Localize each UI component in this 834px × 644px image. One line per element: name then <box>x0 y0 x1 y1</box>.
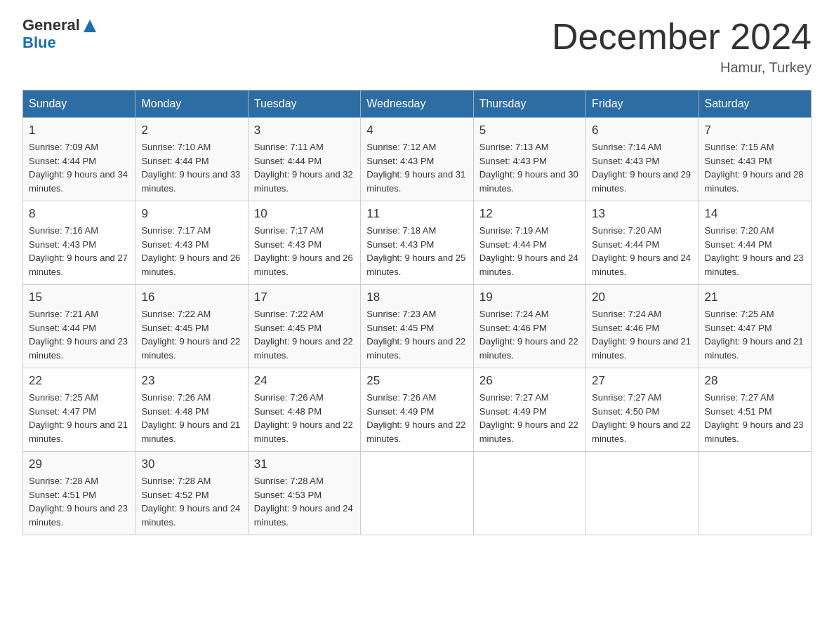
calendar-cell: 13 Sunrise: 7:20 AM Sunset: 4:44 PM Dayl… <box>586 201 699 285</box>
daylight-label: Daylight: 9 hours and 23 minutes. <box>29 503 128 528</box>
day-number: 20 <box>592 290 692 304</box>
sunrise-label: Sunrise: <box>592 225 628 236</box>
sunset-label: Sunset: <box>254 156 288 166</box>
sunrise-label: Sunrise: <box>479 142 515 152</box>
calendar-cell: 17 Sunrise: 7:22 AM Sunset: 4:45 PM Dayl… <box>248 285 360 368</box>
sunrise-time: 7:27 AM <box>515 392 549 403</box>
day-info: Sunrise: 7:27 AM Sunset: 4:49 PM Dayligh… <box>479 391 580 445</box>
calendar-cell: 14 Sunrise: 7:20 AM Sunset: 4:44 PM Dayl… <box>699 201 811 285</box>
sunset-label: Sunset: <box>366 323 400 333</box>
daylight-label: Daylight: 9 hours and 26 minutes. <box>141 253 240 277</box>
daylight-label: Daylight: 9 hours and 22 minutes. <box>366 336 465 361</box>
daylight-label: Daylight: 9 hours and 27 minutes. <box>29 253 128 277</box>
day-number: 11 <box>366 207 467 221</box>
calendar-cell: 27 Sunrise: 7:27 AM Sunset: 4:50 PM Dayl… <box>586 368 699 452</box>
day-number: 21 <box>705 290 805 304</box>
sunrise-time: 7:11 AM <box>290 142 324 152</box>
sunrise-time: 7:28 AM <box>178 476 211 486</box>
day-number: 16 <box>141 290 241 304</box>
sunrise-time: 7:20 AM <box>628 225 661 236</box>
sunrise-label: Sunrise: <box>592 392 628 403</box>
daylight-label: Daylight: 9 hours and 21 minutes. <box>705 336 804 361</box>
day-number: 2 <box>141 123 241 137</box>
daylight-label: Daylight: 9 hours and 23 minutes. <box>705 253 804 277</box>
calendar-cell: 8 Sunrise: 7:16 AM Sunset: 4:43 PM Dayli… <box>23 201 135 285</box>
sunrise-time: 7:27 AM <box>628 392 661 403</box>
daylight-label: Daylight: 9 hours and 24 minutes. <box>592 253 691 277</box>
daylight-label: Daylight: 9 hours and 28 minutes. <box>705 169 804 194</box>
day-of-week-header: Saturday <box>699 90 811 118</box>
calendar-cell: 23 Sunrise: 7:26 AM Sunset: 4:48 PM Dayl… <box>135 368 248 452</box>
daylight-label: Daylight: 9 hours and 21 minutes. <box>141 420 240 444</box>
day-info: Sunrise: 7:21 AM Sunset: 4:44 PM Dayligh… <box>29 307 129 362</box>
calendar-cell <box>361 452 473 535</box>
logo-triangle-icon <box>82 18 98 34</box>
month-title: December 2024 <box>552 17 812 57</box>
sunrise-label: Sunrise: <box>29 392 65 403</box>
sunset-time: 4:43 PM <box>400 156 434 166</box>
sunrise-label: Sunrise: <box>29 309 65 319</box>
day-info: Sunrise: 7:18 AM Sunset: 4:43 PM Dayligh… <box>366 224 467 279</box>
calendar-cell: 9 Sunrise: 7:17 AM Sunset: 4:43 PM Dayli… <box>135 201 248 285</box>
sunset-time: 4:47 PM <box>738 323 772 333</box>
day-info: Sunrise: 7:26 AM Sunset: 4:49 PM Dayligh… <box>366 391 467 445</box>
day-of-week-header: Monday <box>135 90 248 118</box>
daylight-label: Daylight: 9 hours and 30 minutes. <box>479 169 578 194</box>
day-number: 4 <box>366 123 467 137</box>
sunset-label: Sunset: <box>29 239 62 250</box>
daylight-label: Daylight: 9 hours and 22 minutes. <box>366 420 465 444</box>
sunset-time: 4:44 PM <box>512 239 546 250</box>
sunrise-label: Sunrise: <box>141 392 177 403</box>
sunrise-label: Sunrise: <box>254 392 290 403</box>
daylight-label: Daylight: 9 hours and 23 minutes. <box>29 336 128 361</box>
sunset-time: 4:46 PM <box>512 323 546 333</box>
sunset-time: 4:43 PM <box>512 156 546 166</box>
sunset-time: 4:48 PM <box>288 406 322 417</box>
sunrise-label: Sunrise: <box>366 392 402 403</box>
sunrise-label: Sunrise: <box>705 142 741 152</box>
daylight-label: Daylight: 9 hours and 32 minutes. <box>254 169 353 194</box>
sunset-label: Sunset: <box>141 239 175 250</box>
sunrise-time: 7:26 AM <box>178 392 211 403</box>
day-number: 6 <box>592 123 692 137</box>
day-number: 29 <box>29 457 129 471</box>
day-info: Sunrise: 7:23 AM Sunset: 4:45 PM Dayligh… <box>366 307 467 362</box>
calendar-cell: 1 Sunrise: 7:09 AM Sunset: 4:44 PM Dayli… <box>23 118 135 201</box>
day-number: 31 <box>254 457 355 471</box>
sunset-label: Sunset: <box>479 239 513 250</box>
calendar-cell: 20 Sunrise: 7:24 AM Sunset: 4:46 PM Dayl… <box>586 285 699 368</box>
sunset-label: Sunset: <box>29 323 62 333</box>
daylight-label: Daylight: 9 hours and 29 minutes. <box>592 169 691 194</box>
sunrise-time: 7:27 AM <box>741 392 774 403</box>
sunrise-label: Sunrise: <box>29 142 65 152</box>
sunrise-label: Sunrise: <box>141 142 177 152</box>
day-info: Sunrise: 7:12 AM Sunset: 4:43 PM Dayligh… <box>366 140 467 195</box>
sunset-time: 4:44 PM <box>62 156 96 166</box>
sunrise-label: Sunrise: <box>254 309 290 319</box>
day-number: 10 <box>254 207 355 221</box>
day-of-week-header: Friday <box>586 90 699 118</box>
day-number: 15 <box>29 290 129 304</box>
day-number: 3 <box>254 123 355 137</box>
sunset-label: Sunset: <box>254 239 288 250</box>
day-number: 5 <box>479 123 580 137</box>
day-info: Sunrise: 7:22 AM Sunset: 4:45 PM Dayligh… <box>141 307 241 362</box>
sunrise-time: 7:15 AM <box>741 142 774 152</box>
sunrise-time: 7:10 AM <box>178 142 211 152</box>
sunset-time: 4:52 PM <box>175 490 208 500</box>
day-info: Sunrise: 7:25 AM Sunset: 4:47 PM Dayligh… <box>29 391 129 445</box>
sunrise-time: 7:12 AM <box>403 142 437 152</box>
calendar-cell: 6 Sunrise: 7:14 AM Sunset: 4:43 PM Dayli… <box>586 118 699 201</box>
day-info: Sunrise: 7:20 AM Sunset: 4:44 PM Dayligh… <box>705 224 805 279</box>
calendar-cell: 19 Sunrise: 7:24 AM Sunset: 4:46 PM Dayl… <box>473 285 585 368</box>
day-number: 18 <box>366 290 467 304</box>
calendar-cell <box>699 452 811 535</box>
day-number: 19 <box>479 290 580 304</box>
sunset-label: Sunset: <box>705 239 739 250</box>
calendar-cell <box>586 452 699 535</box>
sunrise-label: Sunrise: <box>479 225 515 236</box>
calendar-cell: 24 Sunrise: 7:26 AM Sunset: 4:48 PM Dayl… <box>248 368 360 452</box>
sunset-label: Sunset: <box>366 156 400 166</box>
day-number: 24 <box>254 374 355 388</box>
logo-text-blue: Blue <box>22 34 98 52</box>
